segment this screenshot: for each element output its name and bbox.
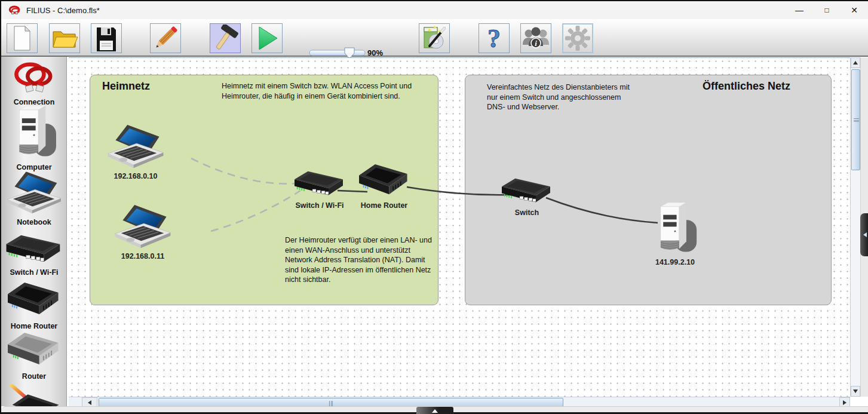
sidebar-item-label: Computer [1,163,67,171]
save-file-button[interactable] [91,23,122,53]
sidebar-item-label: Switch / Wi-Fi [1,268,67,277]
device-server[interactable]: 141.99.2.10 [627,201,723,266]
device-notebook-2[interactable]: 192.168.0.11 [95,205,191,260]
sidebar-item-home-router[interactable]: Home Router [1,283,67,330]
minimize-button[interactable]: — [786,1,813,19]
home-router-icon [7,283,61,318]
settings-button[interactable] [562,23,593,53]
new-file-button[interactable] [7,23,38,53]
arrow-up-icon [853,61,858,65]
device-switch-public[interactable]: Switch [479,177,575,217]
svg-text:i: i [535,39,537,48]
svg-text:✦: ✦ [437,29,441,34]
hammer-icon [211,24,239,52]
toolbar: 90% ✦✦ ✦ ? [1,19,868,57]
red-cable-icon [7,61,62,94]
play-icon [254,25,280,51]
open-file-button[interactable] [49,23,80,53]
device-label: 192.168.0.10 [88,172,183,180]
zoom-value: 90% [367,48,383,57]
home-router-icon [359,164,409,198]
software-wizard-icon: ✦✦ ✦ [421,24,448,52]
wizard-button[interactable]: ✦✦ ✦ [419,23,450,53]
design-mode-button[interactable] [150,23,181,53]
laptop-icon [107,205,179,249]
action-mode-button[interactable] [251,23,283,53]
sidebar-item-switch[interactable]: Switch / Wi-Fi [1,235,67,277]
device-home-router[interactable]: Home Router [336,164,432,210]
close-icon: ✕ [851,5,858,15]
help-button[interactable]: ? [479,23,510,53]
server-tower-icon [649,201,701,255]
arrow-left-icon [863,232,867,237]
device-label: Home Router [336,201,432,210]
sidebar-item-connection[interactable]: Connection [1,61,67,106]
close-button[interactable]: ✕ [841,1,868,19]
svg-text:?: ? [487,24,501,52]
scroll-grip-icon [854,118,859,122]
scroll-up-button[interactable] [851,57,860,68]
laptop-icon [100,125,171,169]
maximize-button[interactable]: □ [813,1,841,19]
pencil-icon [152,24,179,52]
sidebar-item-label: Home Router [1,322,67,330]
minimize-icon: — [795,5,803,15]
vertical-scrollbar[interactable] [850,57,860,397]
maximize-icon: □ [824,6,829,14]
sidebar-item-notebook[interactable]: Notebook [1,171,67,226]
device-label: Switch [479,208,575,217]
arrow-down-icon [853,390,858,393]
svg-text:✦: ✦ [433,24,437,30]
about-button[interactable]: i [520,23,551,53]
laptop-icon [4,171,64,214]
people-info-icon: i [522,24,550,52]
component-palette: Connection Computer Notebook Switch / Wi… [1,57,67,406]
folder-icon [51,26,78,51]
vertical-scroll-thumb[interactable] [851,69,860,170]
filius-window: FILIUS - C:\demo.fls* — □ ✕ [0,0,868,414]
modem-icon [5,384,63,406]
scroll-grip-icon [329,401,333,406]
sidebar-item-router[interactable]: Router [1,333,67,381]
network-canvas[interactable]: Heimnetz Heimnetz mit einem Switch bzw. … [69,57,850,397]
panel-collapse-tab[interactable] [860,213,868,256]
sidebar-item-label: Router [1,372,67,381]
blank-page-icon [10,25,35,51]
device-label: 141.99.2.10 [627,258,723,266]
switch-icon [502,177,552,206]
sidebar-item-computer[interactable]: Computer [1,105,67,171]
arrow-left-icon [88,400,91,405]
filius-logo-icon [8,5,22,16]
window-title: FILIUS - C:\demo.fls* [26,6,100,15]
title-bar[interactable]: FILIUS - C:\demo.fls* — □ ✕ [1,1,868,19]
switch-icon [6,235,62,265]
floppy-disk-icon [93,25,119,51]
device-label: 192.168.0.11 [95,252,191,260]
device-notebook-1[interactable]: 192.168.0.10 [88,125,183,180]
svg-text:✦: ✦ [427,27,432,33]
question-mark-icon: ? [480,24,508,52]
expand-bottom-panel-button[interactable] [416,407,453,414]
desktop-tower-icon [8,105,60,160]
build-mode-button[interactable] [210,23,241,53]
gear-icon [564,24,591,52]
sidebar-item-modem[interactable] [1,384,67,406]
router-icon [7,333,61,369]
arrow-up-icon [432,409,438,413]
scroll-down-button[interactable] [851,386,860,397]
sidebar-item-label: Notebook [1,218,67,226]
arrow-right-icon [843,400,846,405]
